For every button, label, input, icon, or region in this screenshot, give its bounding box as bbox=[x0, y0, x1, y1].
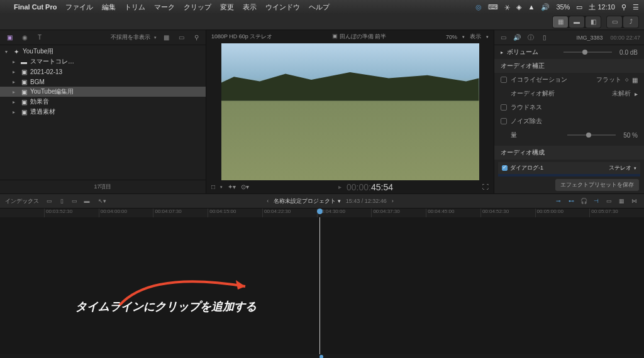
menu-file[interactable]: ファイル bbox=[65, 3, 93, 12]
skimming-icon[interactable]: ⊸ bbox=[553, 197, 564, 205]
playhead[interactable] bbox=[319, 217, 320, 354]
annotation-text: タイムラインにクリップを追加する bbox=[75, 299, 257, 314]
noise-checkbox[interactable] bbox=[501, 118, 507, 124]
insert-clip-icon[interactable]: ▯ bbox=[57, 197, 67, 205]
menu-clip[interactable]: クリップ bbox=[184, 3, 211, 12]
effects-browser-toggle[interactable]: ▭ bbox=[607, 16, 622, 28]
enhance-tool-icon[interactable]: ✦▾ bbox=[228, 183, 236, 190]
volume-value[interactable]: 0.0 dB bbox=[619, 49, 638, 56]
event-icon: ▣ bbox=[20, 109, 28, 116]
transform-tool-icon[interactable]: □ bbox=[211, 183, 215, 190]
timeline-area[interactable]: タイムラインにクリップを追加する bbox=[0, 217, 644, 354]
channel-config[interactable]: ステレオ bbox=[609, 164, 631, 172]
menu-mark[interactable]: マーク bbox=[154, 3, 175, 12]
sidebar-item-smart[interactable]: ▸ ▬ スマートコレ… bbox=[0, 57, 206, 67]
loudness-checkbox[interactable] bbox=[501, 104, 507, 111]
filmstrip-icon[interactable]: ▭ bbox=[175, 33, 187, 43]
status-icon[interactable]: ◎ bbox=[475, 3, 482, 11]
ruler-mark: 00:04:30:00 bbox=[317, 209, 372, 217]
menu-modify[interactable]: 変更 bbox=[220, 3, 234, 12]
sidebar-item-alpha[interactable]: ▸ ▣ 透過素材 bbox=[0, 107, 206, 117]
save-preset-button[interactable]: エフェクトプリセットを保存 bbox=[555, 179, 639, 191]
timeline-history-back-icon[interactable]: ‹ bbox=[267, 198, 269, 204]
control-center-icon[interactable]: ☰ bbox=[633, 3, 639, 11]
disclosure-triangle-icon[interactable]: ▸ bbox=[13, 59, 18, 65]
fullscreen-icon[interactable]: ⛶ bbox=[482, 183, 489, 190]
disclosure-triangle-icon[interactable]: ▸ bbox=[13, 79, 18, 85]
wifi-icon[interactable]: ◈ bbox=[516, 3, 521, 11]
sidebar-item-event[interactable]: ▸ ▣ 2021-02-13 bbox=[0, 67, 206, 77]
menu-view[interactable]: 表示 bbox=[243, 3, 257, 12]
disclosure-triangle-icon[interactable]: ▾ bbox=[5, 49, 10, 55]
search-icon[interactable]: ⚲ bbox=[191, 33, 202, 43]
menu-help[interactable]: ヘルプ bbox=[309, 3, 330, 12]
timeline-toggle[interactable]: ▬ bbox=[569, 16, 584, 28]
disclosure-triangle-icon[interactable]: ▸ bbox=[13, 69, 18, 75]
noise-amount-slider[interactable] bbox=[567, 134, 616, 136]
chevron-down-icon: ▾ bbox=[486, 35, 489, 40]
ruler-mark: 00:03:52:30 bbox=[44, 209, 99, 217]
app-name[interactable]: Final Cut Pro bbox=[14, 3, 57, 11]
sidebar-item-sfx[interactable]: ▸ ▣ 効果音 bbox=[0, 97, 206, 107]
volume-disclosure-icon[interactable]: ▸ bbox=[501, 50, 503, 55]
playhead-back-icon[interactable]: ▸ bbox=[338, 183, 341, 190]
disclosure-triangle-icon[interactable]: ▸ bbox=[13, 89, 18, 95]
sidebar-item-youtube-edit[interactable]: ▸ ▣ YouTube編集用 bbox=[0, 87, 206, 97]
disclosure-triangle-icon[interactable]: ▸ bbox=[13, 109, 18, 115]
volume-icon[interactable]: ▲ bbox=[528, 3, 535, 11]
solo-icon[interactable]: 🎧 bbox=[579, 197, 589, 205]
speaker-icon[interactable]: 🔊 bbox=[541, 3, 550, 11]
viewer-canvas[interactable] bbox=[206, 43, 494, 180]
viewer-timecode: 00:00:45:54 bbox=[347, 182, 393, 192]
bluetooth-icon[interactable]: ⚹ bbox=[504, 3, 510, 11]
chevron-icon[interactable]: ◇ bbox=[625, 77, 628, 82]
noise-amount-value[interactable]: 50 % bbox=[623, 132, 638, 139]
share-button[interactable]: ⤴ bbox=[623, 16, 638, 28]
view-menu[interactable]: 表示 bbox=[470, 33, 481, 41]
clip-appearance-icon[interactable]: ▭ bbox=[604, 197, 614, 205]
photos-icon[interactable]: ◉ bbox=[19, 33, 30, 43]
zoom-level[interactable]: 70% bbox=[446, 34, 457, 40]
snapping-icon[interactable]: ⊣ bbox=[591, 197, 601, 205]
browser-toggle[interactable]: ▦ bbox=[553, 16, 568, 28]
info-inspector-icon[interactable]: ⓘ bbox=[526, 33, 536, 43]
menu-edit[interactable]: 編集 bbox=[102, 3, 116, 12]
waveform-display[interactable] bbox=[498, 174, 640, 176]
clip-appearance-icon[interactable]: ▦ bbox=[160, 33, 172, 43]
keyboard-icon[interactable]: ⌨ bbox=[488, 3, 498, 11]
overwrite-clip-icon[interactable]: ▬ bbox=[82, 197, 92, 205]
workspace-switcher[interactable]: ▦ ▬ ◧ bbox=[552, 16, 601, 28]
disclosure-triangle-icon[interactable]: ▸ bbox=[13, 99, 18, 105]
retime-tool-icon[interactable]: ⊙▾ bbox=[241, 183, 249, 190]
sidebar-item-bgm[interactable]: ▸ ▣ BGM bbox=[0, 77, 206, 87]
effects-icon[interactable]: ▦ bbox=[616, 197, 626, 205]
library-root[interactable]: ▾ ✦ YouTube用 bbox=[0, 46, 206, 57]
tools-icon[interactable]: ↖▾ bbox=[97, 197, 107, 205]
volume-slider[interactable] bbox=[564, 52, 613, 53]
append-clip-icon[interactable]: ▭ bbox=[69, 197, 79, 205]
transitions-icon[interactable]: ⋈ bbox=[629, 197, 639, 205]
eq-preset[interactable]: フラット bbox=[596, 75, 621, 84]
timeline-history-fwd-icon[interactable]: › bbox=[392, 198, 394, 204]
inspector-toggle[interactable]: ◧ bbox=[586, 16, 601, 28]
menu-trim[interactable]: トリム bbox=[125, 3, 145, 12]
analyze-icon[interactable]: ▸ bbox=[635, 90, 638, 97]
connect-clip-icon[interactable]: ▭ bbox=[44, 197, 54, 205]
eq-checkbox[interactable] bbox=[501, 77, 507, 83]
project-timecode: 15:43 / 12:32:46 bbox=[346, 198, 387, 204]
share-inspector-icon[interactable]: ▯ bbox=[540, 33, 550, 43]
eq-editor-icon[interactable]: ▦ bbox=[632, 77, 638, 84]
project-name[interactable]: 名称未設定プロジェクト ▾ bbox=[274, 197, 341, 205]
index-button[interactable]: インデックス bbox=[5, 197, 39, 205]
event-icon: ▣ bbox=[20, 99, 28, 106]
filter-dropdown[interactable]: 不採用を非表示 bbox=[111, 33, 150, 41]
menu-window[interactable]: ウインドウ bbox=[265, 3, 300, 12]
spotlight-icon[interactable]: ⚲ bbox=[621, 3, 626, 11]
dialog1-checkbox[interactable] bbox=[502, 165, 508, 171]
audio-inspector-icon[interactable]: 🔊 bbox=[512, 33, 522, 43]
video-inspector-icon[interactable]: ▭ bbox=[498, 33, 508, 43]
audio-skimming-icon[interactable]: ⊷ bbox=[566, 197, 576, 205]
titles-icon[interactable]: T bbox=[34, 33, 45, 43]
library-icon[interactable]: ▣ bbox=[4, 33, 15, 43]
clock[interactable]: 土 12:10 bbox=[589, 3, 615, 12]
